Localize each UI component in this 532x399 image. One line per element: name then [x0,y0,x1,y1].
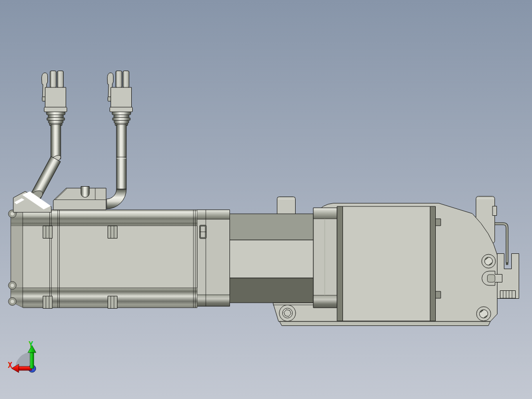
tie-rod-nut[interactable] [8,298,16,306]
motor-flange[interactable] [197,210,230,306]
y-axis-label: Y [29,340,33,349]
left-cable-connector[interactable] [41,71,67,126]
gland-cable-stub[interactable] [81,187,89,198]
connector-pin[interactable] [50,71,57,88]
motor-rear-wedge-cap[interactable] [13,192,51,213]
housing-screw[interactable] [477,307,491,321]
left-cable[interactable] [29,124,62,202]
tie-rod-clamp[interactable] [43,296,52,309]
tie-rod-clamp[interactable] [43,226,52,239]
foot-screw[interactable] [279,305,296,321]
connector-pin[interactable] [123,71,129,88]
gearbox-coupling[interactable] [229,214,313,303]
cad-viewport[interactable]: X Y [0,0,532,399]
cable-elbow[interactable] [107,189,126,209]
connector-housing[interactable] [111,87,132,108]
servo-motor-body[interactable] [8,210,197,309]
housing-base-lip [280,321,491,326]
terminal-block[interactable] [500,291,516,299]
orientation-triad: X Y [8,340,36,373]
connector-housing[interactable] [45,87,66,108]
cable-gland-block[interactable] [53,187,106,210]
model-canvas[interactable]: X Y [0,0,532,399]
connector-pin[interactable] [57,71,64,88]
carriage-side-tab [436,291,441,298]
carriage-plate[interactable] [337,206,441,321]
x-axis-label: X [8,361,12,370]
carriage-side-tab [436,219,441,226]
housing-screw[interactable] [482,254,495,268]
housing-end-cap[interactable] [313,208,337,308]
tie-rod-nut[interactable] [8,281,16,289]
tie-rod-clamp[interactable] [108,226,117,239]
right-cable-connector[interactable] [107,71,132,126]
connector-pin[interactable] [116,71,122,88]
right-cable[interactable] [107,124,126,209]
tie-rod-clamp[interactable] [108,296,117,309]
